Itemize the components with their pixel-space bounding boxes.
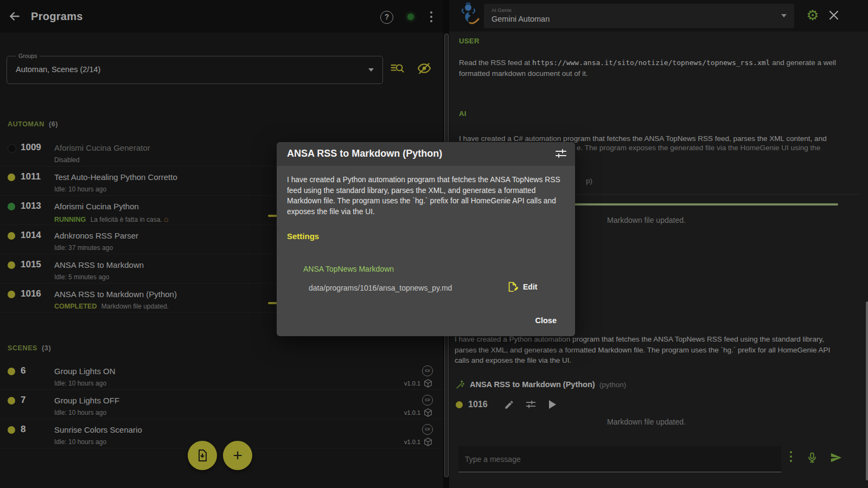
app-window: Programs ? Groups Automan, Scenes (2/14) [0, 0, 868, 488]
dialog-option-value: data/programs/1016/ansa_topnews_py.md [309, 284, 452, 292]
dialog-title: ANSA RSS to Markdown (Python) [287, 148, 442, 159]
dialog-option-group: ANSA TopNews Markdown [303, 265, 394, 273]
dialog-body: I have created a Python automation progr… [277, 166, 575, 336]
edit-file-button[interactable]: Edit [507, 281, 537, 293]
dialog-options-icon[interactable] [554, 147, 567, 160]
tune-icon [554, 147, 567, 160]
edit-button-label: Edit [523, 282, 537, 291]
dialog-settings-heading: Settings [287, 232, 319, 241]
close-dialog-button[interactable]: Close [533, 313, 559, 328]
dialog-description: I have created a Python automation progr… [287, 175, 565, 217]
program-details-dialog: ANSA RSS to Markdown (Python) I have cre… [277, 142, 575, 336]
file-edit-icon [507, 281, 519, 293]
dialog-titlebar: ANSA RSS to Markdown (Python) [277, 142, 575, 166]
